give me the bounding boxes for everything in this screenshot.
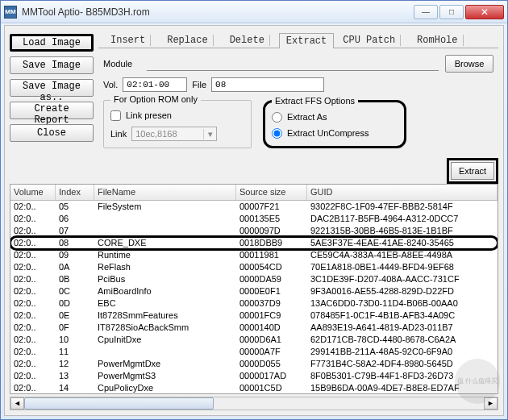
link-present-checkbox[interactable] bbox=[110, 110, 121, 121]
load-image-button[interactable]: Load Image bbox=[10, 34, 94, 52]
extract-as-label: Extract As bbox=[287, 112, 327, 122]
link-present-label: Link presen bbox=[126, 110, 172, 120]
group-extract-ffs: Extract FFS Options Extract As Extract U… bbox=[263, 100, 406, 148]
table-row[interactable]: 02:0..0EIt8728SmmFeatures00001FC9078485F… bbox=[10, 310, 498, 322]
horizontal-scrollbar[interactable]: ◄ ► bbox=[10, 397, 498, 410]
scroll-thumb[interactable] bbox=[24, 397, 214, 410]
close-window-button[interactable]: ✕ bbox=[465, 5, 504, 19]
table-row[interactable]: 02:0..14CpuPolicyDxe00001C5D15B9B6DA-00A… bbox=[10, 382, 498, 393]
scroll-left-icon[interactable]: ◄ bbox=[10, 397, 24, 410]
scroll-right-icon[interactable]: ► bbox=[484, 397, 498, 410]
link-combo-value: 10ec,8168 bbox=[132, 129, 203, 139]
tab-strip: Insert Replace Delete Extract CPU Patch … bbox=[98, 31, 498, 48]
table-row[interactable]: 02:0..0FIT8728SioAcBackSmm0000140DAA893E… bbox=[10, 322, 498, 334]
table-row[interactable]: 02:0..0DEBC000037D913AC6DD0-73D0-11D4-B0… bbox=[10, 297, 498, 310]
col-volume[interactable]: Volume bbox=[10, 185, 56, 200]
extract-uncompressed-radio[interactable] bbox=[272, 128, 282, 139]
table-row[interactable]: 02:0..10CpuInitDxe0000D6A162D171CB-78CD-… bbox=[10, 334, 498, 346]
maximize-button[interactable]: □ bbox=[439, 5, 464, 19]
vol-label: Vol. bbox=[103, 80, 118, 89]
tab-cpu-patch[interactable]: CPU Patch bbox=[335, 32, 408, 48]
table-row[interactable]: 02:0..1100000A7F299141BB-211A-48A5-92C0-… bbox=[10, 346, 498, 358]
app-icon: MM bbox=[4, 6, 17, 19]
tab-delete[interactable]: Delete bbox=[223, 32, 277, 48]
tab-extract[interactable]: Extract bbox=[279, 33, 334, 48]
col-source-size[interactable]: Source size bbox=[236, 185, 307, 200]
tab-replace[interactable]: Replace bbox=[160, 32, 220, 48]
table-row[interactable]: 02:0..05FileSystem00007F2193022F8C-1F09-… bbox=[10, 201, 498, 213]
table-row[interactable]: 02:0..13PowerMgmtS30000017AD8F0B5301-C79… bbox=[10, 370, 498, 382]
group-extract-ffs-legend: Extract FFS Options bbox=[272, 96, 358, 106]
link-label: Link bbox=[110, 129, 127, 139]
tab-insert[interactable]: Insert bbox=[103, 32, 158, 48]
col-guid[interactable]: GUID bbox=[307, 185, 498, 200]
extract-uncompressed-label: Extract UnCompress bbox=[287, 128, 369, 138]
window-title: MMTool Aptio- B85MD3H.rom bbox=[22, 6, 414, 18]
module-label: Module bbox=[103, 59, 147, 69]
table-row[interactable]: 02:0..0AReFlash000054CD70E1A818-0BE1-444… bbox=[10, 261, 498, 273]
browse-button[interactable]: Browse bbox=[445, 55, 493, 73]
table-row[interactable]: 02:0..0BPciBus0000DA593C1DE39F-D207-408A… bbox=[10, 273, 498, 285]
file-input[interactable] bbox=[211, 77, 324, 92]
file-label: File bbox=[192, 80, 206, 89]
save-image-button[interactable]: Save Image bbox=[10, 56, 94, 74]
table-row[interactable]: 02:0..06000135E5DAC2B117-B5FB-4964-A312-… bbox=[10, 213, 498, 225]
module-table: Volume Index FileName Source size GUID 0… bbox=[10, 184, 498, 394]
create-report-button[interactable]: Create Report bbox=[10, 102, 94, 119]
save-image-as-button[interactable]: Save Image as.. bbox=[10, 79, 94, 97]
table-row[interactable]: 02:0..08CORE_DXE0018DBB95AE3F37E-4EAE-41… bbox=[10, 237, 498, 249]
tab-romhole[interactable]: RomHole bbox=[410, 32, 470, 48]
module-field[interactable] bbox=[147, 56, 439, 71]
table-row[interactable]: 02:0..12PowerMgmtDxe0000D055F7731B4C-58A… bbox=[10, 358, 498, 370]
extract-as-radio[interactable] bbox=[272, 112, 282, 123]
group-option-rom: For Option ROM only Link presen Link 10e… bbox=[103, 100, 252, 148]
group-option-rom-legend: For Option ROM only bbox=[110, 94, 201, 104]
extract-button[interactable]: Extract bbox=[451, 162, 494, 180]
link-combo[interactable]: 10ec,8168 ▾ bbox=[131, 127, 217, 141]
col-index[interactable]: Index bbox=[56, 185, 94, 200]
minimize-button[interactable]: — bbox=[414, 5, 438, 19]
vol-input[interactable] bbox=[123, 77, 187, 92]
close-button[interactable]: Close bbox=[10, 124, 94, 142]
chevron-down-icon[interactable]: ▾ bbox=[203, 129, 216, 139]
table-row[interactable]: 02:0..0CAmiBoardInfo0000E0F19F3A0016-AE5… bbox=[10, 285, 498, 297]
table-row[interactable]: 02:0..070000097D9221315B-30BB-46B5-813E-… bbox=[10, 225, 498, 237]
table-row[interactable]: 02:0..09Runtime00011981CE59C4A-383A-41EB… bbox=[10, 249, 498, 261]
col-filename[interactable]: FileName bbox=[94, 185, 236, 200]
